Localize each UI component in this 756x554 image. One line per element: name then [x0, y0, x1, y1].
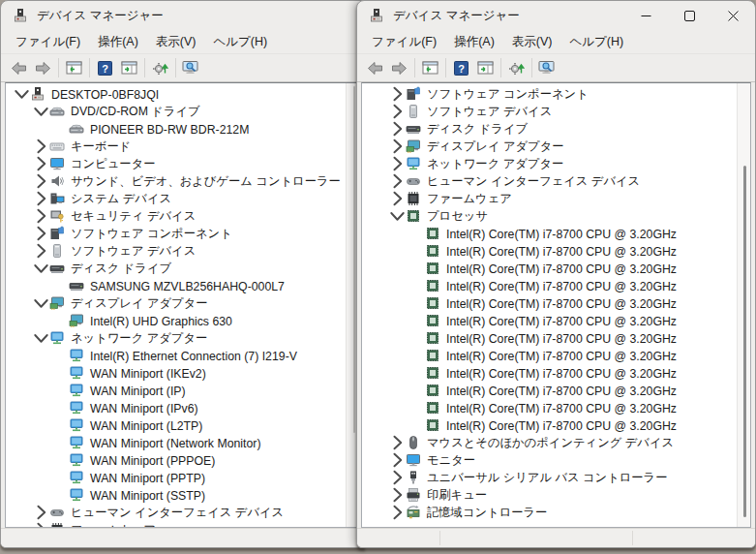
chevron-collapsed-icon[interactable]: [33, 191, 49, 206]
tree-item[interactable]: ネットワーク アダプター: [6, 329, 359, 347]
tree-item[interactable]: Intel(R) Core(TM) i7-8700 CPU @ 3.20GHz: [362, 294, 750, 312]
tree-item[interactable]: ソフトウェア コンポーネント: [362, 85, 750, 103]
chevron-expanded-icon[interactable]: [389, 208, 406, 224]
chevron-collapsed-icon[interactable]: [33, 138, 49, 154]
tree-item[interactable]: ヒューマン インターフェイス デバイス: [6, 504, 359, 521]
scrollbar-thumb[interactable]: [743, 166, 746, 517]
chevron-collapsed-icon[interactable]: [389, 452, 406, 468]
menu-view[interactable]: 表示(V): [503, 32, 561, 52]
chevron-collapsed-icon[interactable]: [33, 156, 49, 171]
device-manager-window-front[interactable]: デバイス マネージャー ファイル(F)操作(A)表示(V)ヘルプ(H) ? ソフ…: [356, 0, 756, 548]
tree-item[interactable]: WAN Miniport (IP): [6, 382, 359, 399]
forward-button[interactable]: [387, 57, 411, 79]
chevron-collapsed-icon[interactable]: [33, 173, 49, 189]
tree-item[interactable]: DESKTOP-0BF8JQI: [6, 85, 359, 103]
chevron-collapsed-icon[interactable]: [389, 487, 406, 503]
tree-item[interactable]: PIONEER BD-RW BDR-212M: [6, 120, 359, 138]
menu-file[interactable]: ファイル(F): [7, 32, 89, 52]
tree-item[interactable]: ソフトウェア デバイス: [362, 103, 750, 120]
back-button[interactable]: [363, 57, 387, 79]
chevron-collapsed-icon[interactable]: [33, 505, 49, 520]
chevron-collapsed-icon[interactable]: [389, 505, 406, 520]
tree-item[interactable]: モニター: [362, 451, 750, 469]
tree-item[interactable]: WAN Miniport (PPTP): [6, 469, 359, 486]
tree-item[interactable]: システム デバイス: [6, 190, 359, 207]
tree-item[interactable]: ディスク ドライブ: [362, 120, 750, 138]
chevron-collapsed-icon[interactable]: [389, 86, 406, 102]
help-button[interactable]: ?: [449, 57, 473, 79]
tree-item[interactable]: WAN Miniport (SSTP): [6, 486, 359, 504]
tree-item[interactable]: プロセッサ: [362, 207, 750, 225]
tree-item[interactable]: ディスプレイ アダプター: [362, 138, 750, 155]
chevron-collapsed-icon[interactable]: [389, 121, 406, 137]
close-button[interactable]: [711, 1, 755, 30]
chevron-collapsed-icon[interactable]: [389, 470, 406, 485]
tree-item[interactable]: サウンド、ビデオ、およびゲーム コントローラー: [6, 172, 359, 190]
tree-item[interactable]: Intel(R) Core(TM) i7-8700 CPU @ 3.20GHz: [362, 382, 750, 399]
tree-item[interactable]: WAN Miniport (PPPOE): [6, 451, 359, 469]
forward-button[interactable]: [31, 57, 55, 79]
menu-view[interactable]: 表示(V): [147, 32, 205, 52]
tree-item[interactable]: セキュリティ デバイス: [6, 207, 359, 225]
chevron-collapsed-icon[interactable]: [389, 138, 406, 154]
console-tree-button[interactable]: [62, 57, 86, 79]
minimize-button[interactable]: [624, 1, 668, 30]
chevron-collapsed-icon[interactable]: [389, 156, 406, 171]
tree-item[interactable]: WAN Miniport (IKEv2): [6, 364, 359, 382]
help-button[interactable]: ?: [93, 57, 117, 79]
tree-item[interactable]: Intel(R) Core(TM) i7-8700 CPU @ 3.20GHz: [362, 277, 750, 294]
tree-item[interactable]: コンピューター: [6, 155, 359, 172]
tree-item[interactable]: ネットワーク アダプター: [362, 155, 750, 172]
chevron-expanded-icon[interactable]: [33, 104, 49, 119]
tree-item[interactable]: Intel(R) Core(TM) i7-8700 CPU @ 3.20GHz: [362, 329, 750, 347]
tree-item[interactable]: Intel(R) UHD Graphics 630: [6, 312, 359, 329]
chevron-collapsed-icon[interactable]: [33, 208, 49, 224]
tree-item[interactable]: WAN Miniport (IPv6): [6, 399, 359, 416]
tree-item[interactable]: ディスク ドライブ: [6, 260, 359, 277]
search-devices-button[interactable]: [179, 57, 203, 79]
action-pane-button[interactable]: [117, 57, 141, 79]
scan-hardware-button[interactable]: [148, 57, 172, 79]
tree-item[interactable]: キーボード: [6, 138, 359, 155]
tree-item[interactable]: Intel(R) Core(TM) i7-8700 CPU @ 3.20GHz: [362, 416, 750, 434]
chevron-collapsed-icon[interactable]: [33, 226, 49, 241]
chevron-collapsed-icon[interactable]: [389, 173, 406, 189]
titlebar[interactable]: デバイス マネージャー: [1, 1, 364, 30]
maximize-button[interactable]: [668, 1, 711, 30]
chevron-collapsed-icon[interactable]: [389, 191, 406, 206]
scan-hardware-button[interactable]: [504, 57, 529, 79]
chevron-expanded-icon[interactable]: [33, 330, 49, 346]
tree-item[interactable]: Intel(R) Core(TM) i7-8700 CPU @ 3.20GHz: [362, 312, 750, 329]
menu-help[interactable]: ヘルプ(H): [560, 32, 632, 52]
action-pane-button[interactable]: [473, 57, 498, 79]
device-manager-window-back[interactable]: デバイス マネージャー ファイル(F)操作(A)表示(V)ヘルプ(H) ? DE…: [0, 0, 365, 548]
tree-item[interactable]: Intel(R) Core(TM) i7-8700 CPU @ 3.20GHz: [362, 347, 750, 364]
chevron-expanded-icon[interactable]: [33, 261, 49, 276]
tree-item[interactable]: ソフトウェア コンポーネント: [6, 225, 359, 242]
tree-item[interactable]: Intel(R) Core(TM) i7-8700 CPU @ 3.20GHz: [362, 242, 750, 260]
tree-item[interactable]: ヒューマン インターフェイス デバイス: [362, 172, 750, 190]
tree-item[interactable]: Intel(R) Ethernet Connection (7) I219-V: [6, 347, 359, 364]
chevron-collapsed-icon[interactable]: [389, 104, 406, 119]
tree-item[interactable]: ユニバーサル シリアル バス コントローラー: [362, 469, 750, 486]
back-button[interactable]: [7, 57, 31, 79]
tree-item[interactable]: DVD/CD-ROM ドライブ: [6, 103, 359, 120]
chevron-expanded-icon[interactable]: [33, 295, 49, 311]
chevron-expanded-icon[interactable]: [14, 86, 30, 102]
tree-item[interactable]: Intel(R) Core(TM) i7-8700 CPU @ 3.20GHz: [362, 260, 750, 277]
tree-item[interactable]: ソフトウェア デバイス: [6, 242, 359, 260]
menu-action[interactable]: 操作(A): [445, 32, 503, 52]
tree-item[interactable]: 印刷キュー: [362, 486, 750, 504]
tree-item[interactable]: SAMSUNG MZVLB256HAHQ-000L7: [6, 277, 359, 294]
scrollbar-thumb[interactable]: [353, 86, 355, 433]
vertical-scrollbar[interactable]: [737, 83, 750, 527]
titlebar[interactable]: デバイス マネージャー: [357, 1, 755, 30]
chevron-collapsed-icon[interactable]: [389, 435, 406, 450]
tree-item[interactable]: WAN Miniport (Network Monitor): [6, 434, 359, 451]
tree-item[interactable]: Intel(R) Core(TM) i7-8700 CPU @ 3.20GHz: [362, 399, 750, 416]
tree-item[interactable]: ファームウェア: [362, 190, 750, 207]
tree-item[interactable]: WAN Miniport (L2TP): [6, 416, 359, 434]
tree-item[interactable]: ディスプレイ アダプター: [6, 294, 359, 312]
tree-item[interactable]: マウスとそのほかのポインティング デバイス: [362, 434, 750, 451]
menu-help[interactable]: ヘルプ(H): [204, 32, 276, 52]
